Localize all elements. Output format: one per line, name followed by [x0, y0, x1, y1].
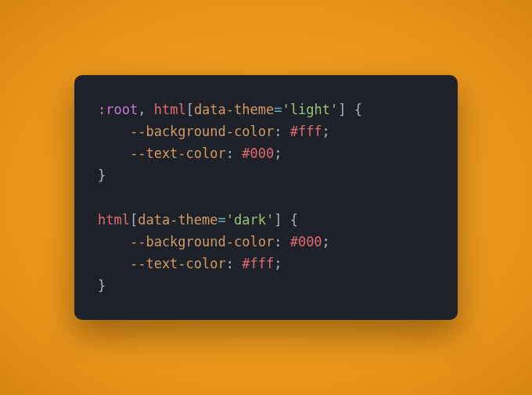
token-colon: :: [226, 256, 242, 271]
token-tag: html: [154, 102, 186, 117]
token-brace: {: [346, 102, 361, 117]
token-bracket: [: [186, 102, 194, 117]
token-attr: data-theme: [194, 102, 274, 117]
token-css-var: --text-color: [130, 256, 226, 271]
token-colon: :: [274, 234, 289, 250]
token-string: 'light': [282, 102, 338, 117]
token-semi: ;: [322, 234, 330, 250]
token-colon: :: [226, 145, 242, 161]
token-pseudo: :root: [98, 102, 138, 117]
token-string: 'dark': [226, 212, 274, 228]
token-attr: data-theme: [138, 212, 217, 228]
token-hex: #fff: [242, 256, 274, 271]
token-hex: #000: [290, 234, 322, 250]
token-brace: {: [282, 212, 297, 228]
token-hex: #fff: [290, 124, 322, 139]
token-bracket: ]: [338, 102, 346, 117]
token-semi: ;: [274, 145, 282, 161]
token-tag: html: [98, 212, 130, 228]
code-card: :root, html[data-theme='light'] { --back…: [74, 75, 458, 319]
token-op: =: [218, 212, 226, 228]
token-bracket: ]: [274, 212, 282, 228]
token-brace: }: [98, 167, 106, 183]
token-brace: }: [98, 278, 106, 293]
token-op: =: [274, 102, 282, 117]
token-semi: ;: [274, 256, 282, 271]
token-semi: ;: [322, 124, 330, 139]
token-css-var: --background-color: [130, 124, 274, 139]
token-comma: ,: [138, 102, 153, 117]
token-hex: #000: [242, 145, 274, 161]
token-bracket: [: [130, 212, 138, 228]
code-block: :root, html[data-theme='light'] { --back…: [98, 99, 428, 296]
token-colon: :: [274, 124, 289, 139]
token-css-var: --text-color: [130, 145, 226, 161]
token-css-var: --background-color: [130, 234, 274, 250]
